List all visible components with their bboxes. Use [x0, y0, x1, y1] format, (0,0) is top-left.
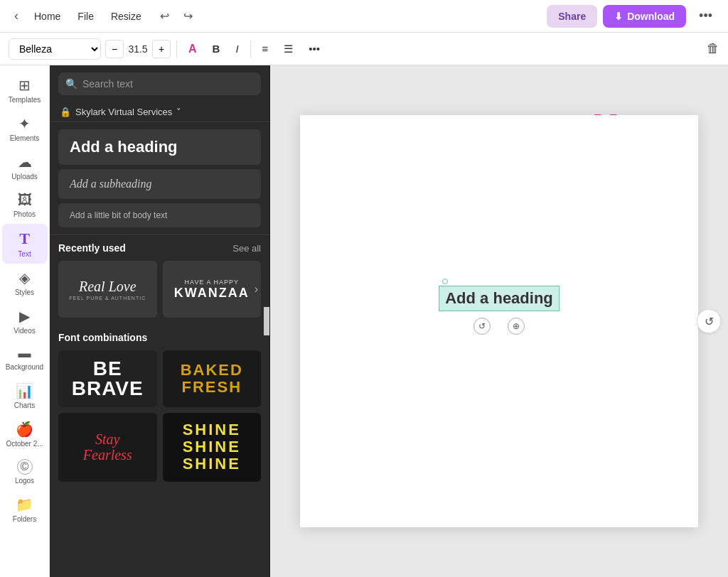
sidebar-item-styles[interactable]: ◈ Styles	[2, 264, 48, 302]
sidebar-item-videos[interactable]: ▶ Videos	[2, 302, 48, 340]
folders-icon: 📁	[16, 496, 33, 513]
background-label: Background	[6, 363, 43, 371]
font-combo-be-brave[interactable]: BEBRAVE	[58, 350, 157, 407]
canvas-area: add text Add a heading ↺ ⊕	[270, 65, 728, 577]
sidebar-item-folders[interactable]: 📁 Folders	[2, 490, 48, 529]
font-combo-stay-fearless[interactable]: StayFearless	[58, 413, 157, 482]
sidebar-item-text[interactable]: T Text	[2, 224, 48, 264]
charts-icon: 📊	[16, 382, 33, 399]
add-body-option[interactable]: Add a little bit of body text	[58, 203, 261, 227]
brand-name: Skylark Virtual Services	[75, 107, 172, 117]
uploads-icon: ☁	[18, 153, 32, 171]
canvas-paper: Add a heading ↺ ⊕	[300, 115, 698, 527]
add-subheading-option[interactable]: Add a subheading	[58, 169, 261, 199]
sidebar-item-templates[interactable]: ⊞ Templates	[2, 71, 48, 109]
refresh-button[interactable]: ↺	[697, 309, 721, 333]
delete-button[interactable]: 🗑	[707, 41, 719, 56]
download-icon: ⬇	[614, 11, 623, 22]
font-family-select[interactable]: Belleza	[9, 38, 101, 60]
download-button[interactable]: ⬇ Download	[603, 5, 686, 28]
text-panel: 🔍 🔒 Skylark Virtual Services ˅ Add a hea…	[50, 65, 270, 577]
font-combo-shine[interactable]: SHINESHINESHINE	[163, 413, 262, 482]
sidebar-icons: ⊞ Templates ✦ Elements ☁ Uploads 🖼 Photo…	[0, 65, 50, 577]
top-toolbar: ‹ Home File Resize ↩ ↪ Share ⬇ Download …	[0, 0, 728, 33]
redo-button[interactable]: ↪	[178, 6, 198, 26]
sidebar-item-photos[interactable]: 🖼 Photos	[2, 186, 48, 224]
resize-handle[interactable]	[442, 279, 448, 284]
uploads-label: Uploads	[11, 173, 38, 180]
sidebar-item-elements[interactable]: ✦ Elements	[2, 109, 48, 148]
align-button[interactable]: ≡	[257, 39, 274, 58]
nav-left: ‹ Home File Resize	[9, 6, 149, 26]
undo-redo-group: ↩ ↪	[154, 6, 198, 26]
format-toolbar: Belleza − 31.5 + A B I ≡ ☰ ••• 🗑	[0, 33, 728, 65]
font-size-value: 31.5	[127, 43, 149, 55]
brand-chevron-icon: ˅	[176, 107, 181, 117]
charts-label: Charts	[14, 401, 35, 409]
move-control[interactable]: ⊕	[508, 318, 525, 335]
back-button[interactable]: ‹	[9, 6, 24, 26]
sidebar-item-logos[interactable]: © Logos	[2, 453, 48, 490]
sidebar-item-october[interactable]: 🍎 October 2...	[2, 415, 48, 453]
recently-used-items: Real Love FEEL PURE & AUTHENTIC HAVE A H…	[58, 261, 261, 318]
download-label: Download	[627, 11, 675, 22]
file-button[interactable]: File	[70, 6, 101, 26]
styles-label: Styles	[15, 288, 34, 296]
october-icon: 🍎	[16, 421, 33, 438]
canvas-text-controls: ↺ ⊕	[473, 318, 525, 335]
recently-used-item-kwanzaa[interactable]: HAVE A HAPPY KWANZAA ›	[163, 261, 262, 318]
logos-icon: ©	[17, 459, 33, 475]
logos-label: Logos	[15, 477, 34, 485]
videos-icon: ▶	[19, 308, 30, 325]
sidebar-item-uploads[interactable]: ☁ Uploads	[2, 148, 48, 186]
add-heading-option[interactable]: Add a heading	[58, 129, 261, 165]
bold-button[interactable]: B	[207, 39, 226, 58]
folders-label: Folders	[13, 515, 36, 523]
list-button[interactable]: ☰	[278, 39, 299, 59]
italic-button[interactable]: I	[230, 39, 244, 58]
font-size-increase[interactable]: +	[152, 40, 171, 58]
october-label: October 2...	[6, 440, 43, 448]
text-color-button[interactable]: A	[183, 39, 203, 59]
sidebar-item-charts[interactable]: 📊 Charts	[2, 377, 48, 415]
search-area: 🔍	[50, 65, 269, 102]
font-combo-baked-fresh[interactable]: BAKEDFRESH	[163, 350, 262, 407]
brand-lock-icon: 🔒	[60, 107, 71, 117]
resize-button[interactable]: Resize	[104, 6, 149, 26]
recently-used-section: Recently used See all Real Love FEEL PUR…	[50, 235, 269, 325]
undo-button[interactable]: ↩	[154, 6, 175, 26]
photos-label: Photos	[14, 210, 36, 218]
font-combinations-title: Font combinations	[58, 332, 261, 343]
recently-used-title: Recently used	[58, 242, 126, 254]
styles-icon: ◈	[19, 269, 30, 286]
text-label: Text	[18, 250, 31, 258]
share-button[interactable]: Share	[547, 5, 597, 28]
rotate-control[interactable]: ↺	[473, 318, 491, 335]
recently-used-item-real-love[interactable]: Real Love FEEL PURE & AUTHENTIC	[58, 261, 157, 318]
home-button[interactable]: Home	[27, 6, 68, 26]
font-size-control: − 31.5 +	[105, 40, 171, 58]
divider-1	[176, 41, 177, 58]
text-icon: T	[19, 230, 30, 248]
format-more-button[interactable]: •••	[303, 39, 326, 58]
sidebar-item-background[interactable]: ▬ Background	[2, 340, 48, 377]
canvas-heading-element[interactable]: Add a heading	[439, 286, 560, 311]
search-input[interactable]	[58, 72, 261, 95]
font-combinations-section: Font combinations BEBRAVE BAKEDFRESH Sta…	[50, 325, 269, 489]
font-size-decrease[interactable]: −	[105, 40, 124, 58]
see-all-button[interactable]: See all	[232, 243, 261, 254]
more-options-button[interactable]: •••	[692, 4, 719, 28]
toolbar-right: Share ⬇ Download •••	[547, 4, 719, 28]
elements-icon: ✦	[18, 115, 31, 132]
divider-2	[250, 41, 251, 58]
templates-icon: ⊞	[18, 77, 31, 94]
panel-collapse-button[interactable]: ‹	[264, 307, 270, 335]
recently-used-header: Recently used See all	[58, 242, 261, 254]
text-type-options: Add a heading Add a subheading Add a lit…	[50, 122, 269, 235]
scroll-right-icon: ›	[255, 283, 258, 296]
panel-scroll: Recently used See all Real Love FEEL PUR…	[50, 235, 269, 577]
font-combos-grid: BEBRAVE BAKEDFRESH StayFearless SHINESHI…	[58, 350, 261, 482]
photos-icon: 🖼	[18, 192, 32, 208]
brand-bar[interactable]: 🔒 Skylark Virtual Services ˅	[50, 102, 269, 122]
background-icon: ▬	[18, 346, 31, 361]
